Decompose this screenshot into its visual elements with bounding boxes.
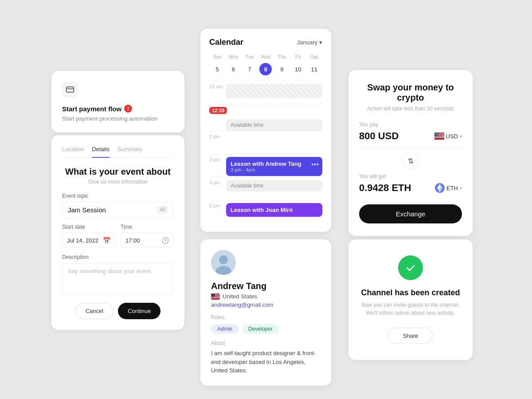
svg-rect-37 bbox=[211, 297, 219, 297]
you-get-label: You will get bbox=[359, 173, 462, 180]
lesson-andrew[interactable]: ••• Lesson with Andrew Tang 3 pm - 4pm bbox=[226, 157, 322, 176]
time-label-12am: 12 am bbox=[209, 84, 226, 89]
time-label-2pm: 2 pm bbox=[209, 134, 226, 139]
date-10[interactable]: 10 bbox=[292, 63, 304, 75]
time-input[interactable]: 17:00 🕐 bbox=[121, 233, 174, 248]
day-wed: Wed bbox=[258, 54, 274, 59]
payment-title: Start payment flow ! bbox=[62, 105, 174, 113]
date-8-today[interactable]: 8 bbox=[259, 63, 272, 75]
profile-email[interactable]: andrewtang@gmail.com bbox=[211, 301, 321, 308]
svg-point-19 bbox=[436, 134, 437, 134]
usd-selector[interactable]: USD ▾ bbox=[434, 133, 462, 140]
swap-icon-row: ⇅ bbox=[359, 153, 462, 169]
time-row-12am: 12 am bbox=[209, 81, 322, 104]
time-label-5pm: 5 pm bbox=[209, 203, 226, 208]
form-buttons: Cancel Continue bbox=[62, 303, 174, 319]
svg-marker-25 bbox=[440, 184, 442, 189]
svg-marker-26 bbox=[437, 184, 440, 189]
calendar-days-header: Sun Mon Tue Wed Thu Fri Sat bbox=[209, 54, 322, 59]
profile-card: Andrew Tang United States andrewtang@gma… bbox=[200, 239, 331, 386]
slot-5pm: Lesson with Joan Miró bbox=[226, 203, 322, 217]
usd-label: USD bbox=[446, 133, 458, 140]
eth-amount: 0.9428 ETH bbox=[359, 182, 411, 194]
country-label: United States bbox=[223, 293, 257, 300]
lesson-joan-title: Lesson with Joan Miró bbox=[231, 207, 318, 213]
continue-button[interactable]: Continue bbox=[118, 303, 160, 319]
alert-dot: ! bbox=[124, 105, 132, 113]
roles-row: Admin Developer bbox=[211, 324, 321, 334]
time-field: Time 17:00 🕐 bbox=[121, 224, 174, 248]
time-label-3pm: 3 pm bbox=[209, 157, 226, 162]
cancel-button[interactable]: Cancel bbox=[75, 303, 113, 319]
svg-rect-40 bbox=[211, 298, 219, 298]
usd-amount: 800 USD bbox=[359, 130, 399, 142]
current-time-badge: 12:33 bbox=[209, 107, 227, 114]
roles-section-label: Roles bbox=[211, 314, 321, 321]
you-pay-label: You pay bbox=[359, 121, 462, 128]
time-value: 17:00 bbox=[125, 237, 140, 244]
chevron-down-icon: ▾ bbox=[319, 39, 322, 46]
svg-rect-10 bbox=[434, 137, 444, 138]
svg-point-30 bbox=[219, 255, 228, 264]
description-textarea[interactable]: Say something about your event bbox=[62, 263, 174, 295]
swap-button[interactable]: ⇅ bbox=[403, 153, 419, 169]
avatar-image bbox=[211, 250, 236, 275]
exchange-button[interactable]: Exchange bbox=[359, 204, 462, 223]
you-get-row: 0.9428 ETH ETH ▾ bbox=[359, 182, 462, 194]
day-thu: Thu bbox=[274, 54, 290, 59]
svg-rect-8 bbox=[434, 137, 444, 137]
date-11[interactable]: 11 bbox=[308, 63, 321, 75]
available-label-1: Available time bbox=[231, 122, 263, 128]
role-developer: Developer bbox=[242, 324, 279, 334]
slot-12am bbox=[226, 84, 322, 98]
date-input[interactable]: Jul 14, 2022 📅 bbox=[62, 233, 115, 248]
date-time-row: Start date Jul 14, 2022 📅 Time 17:00 🕐 bbox=[62, 224, 174, 248]
svg-point-18 bbox=[435, 134, 436, 134]
success-check-circle bbox=[398, 255, 423, 280]
available-block-1: Available time bbox=[226, 119, 322, 131]
available-block-2: Available time bbox=[226, 180, 322, 192]
time-label-4pm: 4 pm bbox=[209, 180, 226, 185]
svg-point-24 bbox=[438, 135, 438, 135]
date-9[interactable]: 9 bbox=[276, 63, 288, 75]
payment-subtitle: Start payment processing automation bbox=[62, 115, 174, 122]
calendar-month-selector[interactable]: January ▾ bbox=[297, 39, 322, 46]
profile-country-row: United States bbox=[211, 293, 321, 300]
date-5[interactable]: 5 bbox=[211, 63, 223, 75]
eth-label: ETH bbox=[446, 185, 458, 192]
calendar-dates: 5 6 7 8 9 10 11 bbox=[209, 63, 322, 75]
lesson-andrew-title: Lesson with Andrew Tang bbox=[231, 160, 318, 167]
svg-point-14 bbox=[435, 133, 435, 133]
day-fri: Fri bbox=[290, 54, 306, 59]
calendar-header: Calendar January ▾ bbox=[209, 38, 322, 47]
svg-rect-13 bbox=[434, 133, 438, 137]
topic-label: Event topic bbox=[62, 193, 174, 199]
time-row-4pm: 4 pm Available time bbox=[209, 177, 322, 200]
svg-point-23 bbox=[437, 135, 437, 135]
tab-location[interactable]: Location bbox=[62, 146, 84, 158]
share-button[interactable]: Share bbox=[388, 328, 433, 344]
lesson-joan[interactable]: Lesson with Joan Miró bbox=[226, 203, 322, 217]
date-6[interactable]: 6 bbox=[227, 63, 240, 75]
time-row-1pm: 12:33 Available time bbox=[209, 104, 322, 131]
start-date-field: Start date Jul 14, 2022 📅 bbox=[62, 224, 115, 248]
event-subheading: Give us more information bbox=[62, 179, 174, 185]
tab-details[interactable]: Details bbox=[92, 146, 110, 158]
eth-selector[interactable]: ETH ▾ bbox=[435, 183, 462, 193]
event-form-card: Location Details Summary What is your ev… bbox=[51, 135, 184, 330]
date-7[interactable]: 7 bbox=[243, 63, 256, 75]
topic-value: Jam Session bbox=[68, 206, 106, 214]
profile-name: Andrew Tang bbox=[211, 281, 321, 291]
event-heading: What is your event about bbox=[62, 167, 174, 177]
svg-point-20 bbox=[437, 134, 438, 134]
svg-rect-0 bbox=[66, 87, 74, 92]
tab-summary[interactable]: Summary bbox=[117, 146, 142, 158]
svg-rect-12 bbox=[434, 139, 444, 140]
calendar-title: Calendar bbox=[209, 38, 243, 47]
channel-created-card: Channel has been created Now you can inv… bbox=[348, 239, 473, 360]
desc-label: Description bbox=[62, 254, 174, 260]
tab-bar: Location Details Summary bbox=[62, 146, 174, 158]
svg-rect-38 bbox=[211, 297, 219, 297]
day-sun: Sun bbox=[209, 54, 225, 59]
topic-input-row[interactable]: Jam Session 48 bbox=[62, 202, 174, 218]
